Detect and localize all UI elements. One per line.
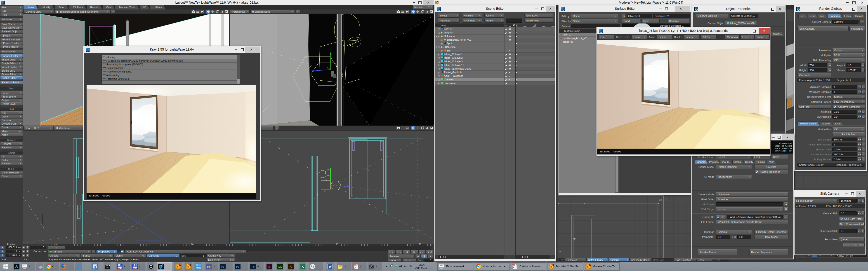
svg-text:L: L (162, 264, 163, 266)
svg-text:M: M (590, 264, 591, 266)
svg-text:321: 321 (105, 267, 109, 269)
svg-text:Dw: Dw (278, 265, 282, 268)
svg-text:apg: apg (196, 266, 200, 268)
svg-text:PDF: PDF (513, 265, 515, 266)
svg-text:X: X (302, 265, 304, 268)
svg-text:Id: Id (268, 265, 270, 268)
svg-text:M: M (180, 264, 181, 266)
svg-text:Ai: Ai (290, 265, 292, 268)
svg-text:W: W (329, 265, 332, 268)
svg-text:Ps: Ps (252, 265, 254, 268)
svg-text:64: 64 (136, 268, 138, 269)
svg-text:Ps: Ps (221, 265, 224, 268)
svg-text:PDF: PDF (354, 265, 356, 266)
svg-text:M: M (553, 264, 554, 266)
svg-text:-Y: -Y (559, 250, 561, 252)
svg-text:Ps: Ps (236, 265, 239, 268)
svg-text:64: 64 (121, 268, 123, 269)
svg-text:+X: +X (659, 199, 662, 201)
svg-text:+Z: +Z (664, 199, 667, 201)
svg-text:ptp: ptp (207, 266, 211, 268)
svg-text:M: M (190, 264, 191, 266)
